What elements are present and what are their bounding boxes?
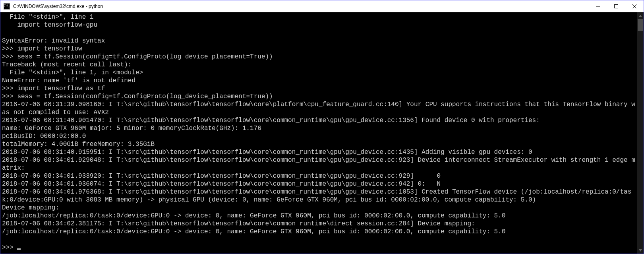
maximize-button[interactable] [607,0,625,12]
scroll-thumb[interactable] [638,19,643,31]
scrollbar[interactable] [637,12,644,254]
terminal-output[interactable]: File "<stdin>", line 1 import tensorflow… [0,12,637,254]
window-controls [589,0,644,12]
scroll-down-button[interactable] [637,247,644,254]
cmd-icon: C:\. [4,3,10,10]
cursor [17,248,21,250]
svg-rect-1 [615,4,618,8]
window-title: C:\WINDOWS\system32\cmd.exe - python [12,4,589,9]
minimize-button[interactable] [589,0,607,12]
titlebar[interactable]: C:\. C:\WINDOWS\system32\cmd.exe - pytho… [0,0,644,12]
scroll-up-button[interactable] [637,12,644,19]
close-button[interactable] [625,0,644,12]
